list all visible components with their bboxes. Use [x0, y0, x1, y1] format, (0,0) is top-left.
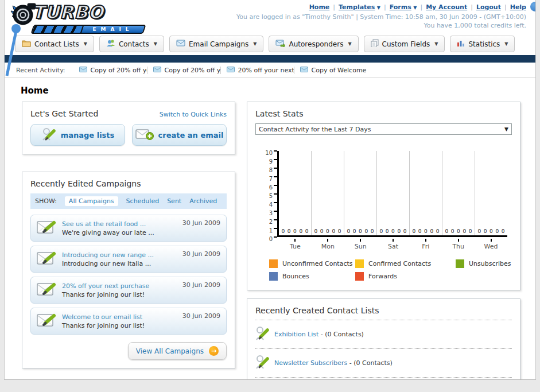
separator: |	[384, 3, 386, 11]
chart-plot: 00000000000000000000000000000000000	[277, 151, 507, 237]
header: TURBO EMAIL Home|Templates ▼|Forms ▼|My …	[5, 0, 535, 34]
show-label: SHOW:	[35, 197, 57, 205]
view-all-campaigns-label: View All Campaigns	[136, 347, 204, 355]
campaign-subtitle: Introducing our new Italia ...	[62, 260, 178, 267]
get-started-title: Let's Get Started	[30, 109, 98, 118]
campaign-subtitle: Thanks for joining our list!	[62, 291, 178, 298]
campaign-row[interactable]: Welcome to our email list Thanks for joi…	[30, 308, 227, 335]
nav-tab-label: Statistics	[468, 40, 500, 48]
contact-list-name-link[interactable]: Newsletter Subscribers	[274, 359, 347, 367]
envelope-icon	[153, 67, 161, 74]
campaign-title-link[interactable]: 20% off your next purchase	[62, 282, 178, 290]
recent-activity-bar: Recent Activity: Copy of 20% off yo Copy…	[5, 63, 535, 78]
campaign-date: 30 Jun 2009	[182, 219, 220, 227]
legend-swatch	[269, 272, 278, 281]
nav-tab-label: Contact Lists	[34, 40, 79, 48]
campaign-row[interactable]: Introducing our new range ... Introducin…	[30, 246, 227, 273]
legend-swatch	[456, 259, 464, 268]
campaign-title-link[interactable]: See us at the retail food ...	[62, 220, 178, 228]
chart-y-axis: 012345678910	[263, 151, 277, 239]
chevron-down-icon: ▼	[504, 126, 508, 132]
stats-panel-title: Latest Stats	[255, 109, 512, 118]
turbo-email-logo[interactable]: TURBO EMAIL	[10, 2, 145, 34]
app-page: TURBO EMAIL Home|Templates ▼|Forms ▼|My …	[4, 0, 536, 380]
dotted-divider	[255, 377, 512, 378]
contacts-icon	[106, 39, 115, 49]
stats-dropdown-value: Contact Activity for the Last 7 Days	[259, 126, 504, 133]
view-all-campaigns-button[interactable]: View All Campaigns →	[128, 342, 227, 360]
contact-list-name-link[interactable]: Exhibition List	[274, 331, 318, 338]
recent-activity-item[interactable]: Copy of Welcome to	[294, 67, 367, 74]
nav-tab-contacts[interactable]: Contacts▼	[99, 36, 164, 52]
envelope-icon	[227, 67, 235, 74]
separator: |	[420, 3, 422, 11]
top-nav-links: Home|Templates ▼|Forms ▼|My Account|Logo…	[236, 3, 526, 11]
nav-tab-label: Autoresponders	[289, 40, 343, 48]
logo-stripes	[32, 26, 84, 33]
envelope-icon	[176, 40, 185, 48]
top-nav-logout[interactable]: Logout	[476, 3, 501, 11]
recent-activity-item[interactable]: 20% off your next	[220, 67, 294, 74]
recent-activity-item[interactable]: Copy of 20% off yo	[73, 67, 147, 74]
main-nav: Contact Lists▼ Contacts▼ Email Campaigns…	[5, 34, 535, 55]
envelope-arrow-icon	[275, 40, 285, 49]
legend-label: Bounces	[282, 273, 309, 280]
login-line2: You have 1,000 total credits left.	[236, 21, 526, 30]
switch-quick-links[interactable]: Switch to Quick Links	[160, 111, 227, 118]
tab-sent[interactable]: Sent	[167, 197, 181, 205]
legend-label: Confirmed Contacts	[368, 260, 431, 267]
campaign-date: 30 Jun 2009	[182, 250, 220, 258]
chevron-down-icon: ▼	[504, 41, 508, 46]
nav-tab-email-campaigns[interactable]: Email Campaigns▼	[169, 36, 263, 52]
chart-legend: Unconfirmed Contacts Confirmed Contacts …	[269, 259, 512, 281]
contact-list-items: Exhibition List - (0 Contacts) Newslette…	[255, 325, 512, 378]
chevron-down-icon: ▼	[413, 5, 417, 10]
nav-tab-contact-lists[interactable]: Contact Lists▼	[15, 36, 94, 52]
contact-list-item[interactable]: Newsletter Subscribers - (0 Contacts)	[255, 354, 512, 372]
campaign-date: 30 Jun 2009	[182, 312, 220, 320]
create-email-button[interactable]: create an email	[132, 124, 227, 146]
campaign-title-link[interactable]: Introducing our new range ...	[62, 251, 178, 259]
legend-label: Forwards	[368, 273, 397, 280]
recent-activity-item[interactable]: Copy of 20% off yo	[147, 67, 220, 74]
stats-dropdown[interactable]: Contact Activity for the Last 7 Days ▼	[255, 123, 512, 135]
pages-icon	[371, 39, 379, 49]
left-column: Let's Get Started Switch to Quick Links …	[22, 102, 235, 368]
top-nav-home[interactable]: Home	[309, 3, 330, 11]
dotted-divider	[255, 320, 512, 320]
campaign-row[interactable]: See us at the retail food ... We're givi…	[30, 215, 227, 242]
tab-all-campaigns[interactable]: All Campaigns	[65, 196, 118, 206]
campaign-subtitle: We're giving away our late ...	[62, 229, 178, 236]
legend-item: Unsubscribes	[456, 259, 512, 268]
top-nav-my-account[interactable]: My Account	[426, 3, 467, 11]
campaign-title-link[interactable]: Welcome to our email list	[62, 313, 178, 321]
legend-item: Bounces	[269, 272, 355, 281]
chevron-down-icon: ▼	[377, 5, 380, 10]
contact-list-item[interactable]: Exhibition List - (0 Contacts)	[255, 325, 512, 344]
chevron-down-icon: ▼	[348, 41, 351, 46]
tab-archived[interactable]: Archived	[189, 197, 217, 205]
top-nav-templates[interactable]: Templates	[339, 3, 375, 11]
tab-scheduled[interactable]: Scheduled	[126, 197, 160, 205]
top-utility-area: Home|Templates ▼|Forms ▼|My Account|Logo…	[236, 3, 526, 30]
top-nav-forms[interactable]: Forms	[390, 3, 411, 11]
recent-activity-item-label: Copy of 20% off yo	[91, 67, 147, 74]
recently-created-contact-lists-panel: Recently Created Contact Lists Exhibitio…	[247, 298, 520, 380]
legend-item: Unconfirmed Contacts	[269, 259, 355, 268]
nav-tab-autoresponders[interactable]: Autoresponders▼	[269, 36, 358, 52]
nav-tab-statistics[interactable]: Statistics▼	[450, 36, 515, 52]
campaign-row[interactable]: 20% off your next purchase Thanks for jo…	[30, 277, 227, 304]
separator: |	[471, 3, 473, 11]
campaign-filter-bar: SHOW: All Campaigns Scheduled Sent Archi…	[30, 193, 227, 209]
nav-tab-label: Contacts	[119, 40, 149, 48]
top-nav-help[interactable]: Help	[510, 3, 526, 11]
chevron-down-icon: ▼	[253, 41, 257, 46]
right-column: Latest Stats Contact Activity for the La…	[247, 102, 520, 380]
legend-label: Unconfirmed Contacts	[282, 260, 353, 267]
nav-tab-custom-fields[interactable]: Custom Fields▼	[364, 36, 445, 52]
manage-lists-button[interactable]: manage lists	[30, 124, 125, 146]
envelope-icon	[79, 67, 87, 74]
person-pencil-icon	[255, 326, 269, 343]
envelope-edit-icon	[37, 219, 57, 237]
envelope-plus-icon	[135, 128, 154, 142]
